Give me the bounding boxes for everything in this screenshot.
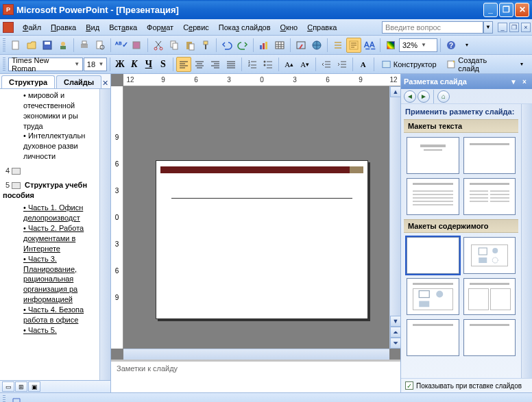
layout-four-content[interactable] bbox=[463, 319, 516, 356]
mdi-close[interactable]: × bbox=[521, 23, 531, 32]
align-left-button[interactable] bbox=[176, 57, 191, 72]
outline-bullet[interactable]: Часть 4. Безопа работа в офисе bbox=[23, 305, 99, 325]
copy-button[interactable] bbox=[167, 38, 182, 53]
layout-title-only[interactable] bbox=[463, 137, 516, 174]
nav-forward-button[interactable]: ► bbox=[418, 90, 430, 103]
spelling-button[interactable]: ᴬᴮ✓ bbox=[114, 38, 129, 53]
layout-content-row[interactable] bbox=[407, 319, 459, 356]
task-pane-close[interactable]: × bbox=[520, 77, 529, 86]
outline-bullet[interactable]: Часть 2. Работа документами в Интернете bbox=[23, 223, 99, 254]
layout-title-slide[interactable] bbox=[407, 137, 459, 174]
nav-home-button[interactable]: ⌂ bbox=[437, 90, 450, 103]
new-button[interactable] bbox=[8, 38, 23, 53]
insert-hyperlink-button[interactable] bbox=[309, 38, 324, 53]
toolbar-options-2[interactable]: ▾ bbox=[514, 57, 529, 72]
menu-file[interactable]: Файл bbox=[18, 22, 46, 33]
print-button[interactable] bbox=[77, 38, 92, 53]
font-color-button[interactable]: A bbox=[356, 57, 371, 72]
toolbar-grip[interactable] bbox=[3, 58, 5, 71]
undo-button[interactable] bbox=[219, 38, 234, 53]
menu-view[interactable]: Вид bbox=[81, 22, 104, 33]
open-button[interactable] bbox=[24, 38, 39, 53]
slide-thumb-icon[interactable] bbox=[12, 168, 21, 175]
toolbar-grip[interactable] bbox=[3, 38, 5, 52]
font-combo[interactable]: Times New Roman▼ bbox=[8, 58, 83, 71]
vertical-ruler[interactable]: 9630369 bbox=[111, 86, 123, 349]
slide[interactable] bbox=[156, 160, 368, 319]
tab-outline[interactable]: Структура bbox=[1, 75, 55, 88]
zoom-combo[interactable]: 32%▼ bbox=[399, 38, 437, 52]
layout-two-column[interactable] bbox=[463, 178, 516, 215]
toolbar-options[interactable]: ▾ bbox=[459, 38, 474, 53]
ask-question-dropdown[interactable]: ▼ bbox=[483, 21, 493, 34]
prev-slide-button[interactable]: ⏶ bbox=[390, 327, 401, 338]
format-painter-button[interactable] bbox=[198, 38, 213, 53]
mdi-icon[interactable] bbox=[3, 22, 14, 33]
menu-format[interactable]: Формат bbox=[142, 22, 178, 33]
task-pane-menu[interactable]: ▼ bbox=[509, 77, 518, 86]
decrease-font-button[interactable]: A▾ bbox=[298, 57, 313, 72]
bullets-button[interactable] bbox=[261, 57, 276, 72]
next-slide-button[interactable]: ⏷ bbox=[390, 338, 401, 349]
minimize-button[interactable]: _ bbox=[483, 3, 498, 17]
research-button[interactable] bbox=[130, 38, 145, 53]
paste-button[interactable] bbox=[182, 38, 197, 53]
slideshow-view-button[interactable]: ▣ bbox=[28, 381, 40, 392]
menu-window[interactable]: Окно bbox=[276, 22, 303, 33]
insert-table-button[interactable] bbox=[272, 38, 287, 53]
show-formatting-button[interactable] bbox=[346, 38, 361, 53]
scroll-down-button[interactable]: ▼ bbox=[390, 316, 401, 327]
layout-content[interactable] bbox=[463, 237, 516, 274]
italic-button[interactable]: К bbox=[128, 57, 141, 72]
show-on-insert-checkbox[interactable]: ✓ bbox=[405, 381, 413, 390]
mdi-minimize[interactable]: _ bbox=[498, 23, 507, 32]
cut-button[interactable] bbox=[151, 38, 166, 53]
help-button[interactable]: ? bbox=[444, 38, 459, 53]
increase-indent-button[interactable] bbox=[335, 57, 350, 72]
outline-content[interactable]: мировой и отечественной экономики и ры т… bbox=[0, 89, 99, 380]
menu-tools[interactable]: Сервис bbox=[178, 22, 214, 33]
outline-scrollbar[interactable] bbox=[99, 89, 110, 380]
menu-edit[interactable]: Правка bbox=[46, 22, 81, 33]
insert-chart-button[interactable] bbox=[256, 38, 271, 53]
print-preview-button[interactable] bbox=[93, 38, 108, 53]
design-button[interactable]: Конструктор bbox=[377, 57, 441, 72]
nav-back-button[interactable]: ◄ bbox=[404, 90, 416, 103]
menu-help[interactable]: Справка bbox=[302, 22, 341, 33]
layout-blank[interactable] bbox=[407, 237, 459, 274]
layout-title-content[interactable] bbox=[407, 278, 459, 315]
bold-button[interactable]: Ж bbox=[113, 57, 127, 72]
save-button[interactable] bbox=[40, 38, 55, 53]
pane-close-button[interactable]: ✕ bbox=[101, 77, 109, 88]
outline-bullet[interactable]: Часть 3. Планирование, рациональная орга… bbox=[23, 254, 99, 305]
task-pane-scrollbar[interactable] bbox=[521, 104, 532, 378]
slide-canvas[interactable] bbox=[123, 86, 400, 392]
layout-title-text[interactable] bbox=[407, 178, 459, 215]
decrease-indent-button[interactable] bbox=[319, 57, 334, 72]
new-slide-button[interactable]: Создать слайд bbox=[442, 57, 513, 72]
tab-slides[interactable]: Слайды bbox=[56, 75, 101, 88]
draw-menu-button[interactable] bbox=[9, 394, 24, 403]
show-grid-button[interactable]: А̲А̲ bbox=[362, 38, 377, 53]
toolbar-grip[interactable] bbox=[3, 395, 5, 403]
outline-bullet[interactable]: Интеллектуальн духовное разви личности bbox=[23, 131, 99, 162]
ask-question-input[interactable]: Введите вопрос bbox=[382, 21, 483, 34]
redo-button[interactable] bbox=[235, 38, 250, 53]
align-justify-button[interactable] bbox=[223, 57, 239, 72]
scroll-up-button[interactable]: ▲ bbox=[390, 86, 401, 97]
expand-all-button[interactable] bbox=[330, 38, 346, 53]
sorter-view-button[interactable]: ⊞ bbox=[15, 381, 27, 392]
permission-button[interactable] bbox=[56, 38, 71, 53]
align-center-button[interactable] bbox=[192, 57, 207, 72]
outline-bullet[interactable]: Часть 5. bbox=[23, 325, 99, 336]
normal-view-button[interactable]: ▭ bbox=[2, 381, 14, 392]
layout-title-two-content[interactable] bbox=[463, 278, 516, 315]
numbering-button[interactable]: 12 bbox=[245, 57, 260, 72]
mdi-restore[interactable]: ❐ bbox=[509, 23, 519, 32]
menu-insert[interactable]: Вставка bbox=[104, 22, 142, 33]
increase-font-button[interactable]: A▴ bbox=[282, 57, 297, 72]
maximize-button[interactable]: ❐ bbox=[499, 3, 513, 17]
notes-pane[interactable]: Заметки к слайду bbox=[111, 360, 400, 392]
font-size-combo[interactable]: 18▼ bbox=[84, 58, 107, 71]
menu-slideshow[interactable]: Показ слайдов bbox=[214, 22, 276, 33]
